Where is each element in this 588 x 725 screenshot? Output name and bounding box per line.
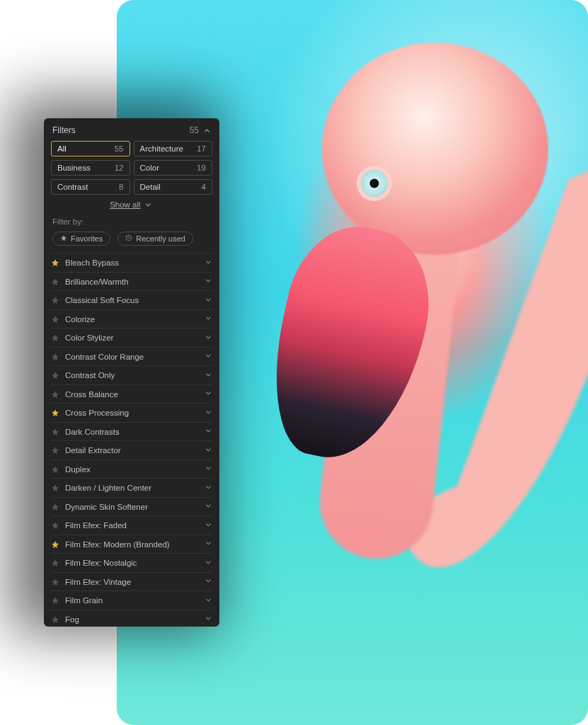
- favorites-pill[interactable]: Favorites: [52, 232, 110, 246]
- filter-item[interactable]: Dynamic Skin Softener: [51, 497, 212, 516]
- filter-item[interactable]: Color Stylizer: [51, 328, 212, 347]
- filter-item[interactable]: Film Grain: [51, 590, 212, 610]
- category-count: 12: [115, 164, 124, 172]
- chevron-down-icon[interactable]: [204, 559, 212, 568]
- filter-label: Film Grain: [65, 596, 103, 605]
- filter-label: Film Efex: Vintage: [65, 578, 131, 586]
- filter-item[interactable]: Colorize: [51, 309, 212, 329]
- chevron-down-icon[interactable]: [204, 464, 212, 474]
- filter-label: Colorize: [65, 315, 95, 324]
- star-icon[interactable]: [51, 596, 59, 605]
- filter-label: Bleach Bypass: [65, 258, 119, 267]
- chevron-down-icon[interactable]: [204, 389, 212, 399]
- chevron-down-icon[interactable]: [204, 540, 212, 549]
- category-item[interactable]: Architecture17: [134, 141, 213, 156]
- star-icon[interactable]: [51, 578, 59, 586]
- filter-item[interactable]: Detail Extractor: [51, 440, 212, 459]
- filter-label: Classical Soft Focus: [65, 296, 139, 304]
- star-icon[interactable]: [51, 615, 59, 624]
- filter-label: Darken / Lighten Center: [65, 484, 151, 492]
- chevron-down-icon[interactable]: [204, 502, 212, 511]
- filter-item[interactable]: Film Efex: Faded: [51, 515, 212, 535]
- star-icon[interactable]: [51, 428, 59, 436]
- category-label: Architecture: [140, 144, 183, 153]
- category-label: All: [57, 144, 67, 153]
- chevron-down-icon[interactable]: [204, 258, 212, 268]
- filter-item[interactable]: Darken / Lighten Center: [51, 478, 212, 497]
- chevron-down-icon[interactable]: [204, 446, 212, 455]
- filter-item[interactable]: Contrast Color Range: [51, 347, 212, 366]
- star-icon[interactable]: [51, 258, 59, 267]
- panel-total-count: 55: [190, 125, 199, 135]
- show-all-row[interactable]: Show all: [44, 195, 219, 213]
- filter-item[interactable]: Fog: [51, 610, 212, 627]
- chevron-down-icon[interactable]: [204, 296, 212, 305]
- recently-used-pill[interactable]: Recently used: [117, 232, 193, 246]
- favorites-label: Favorites: [71, 234, 103, 243]
- filter-label: Dynamic Skin Softener: [65, 503, 148, 511]
- chevron-down-icon[interactable]: [204, 409, 212, 418]
- recently-used-label: Recently used: [136, 234, 185, 243]
- filter-item[interactable]: Duplex: [51, 459, 212, 479]
- show-all-label[interactable]: Show all: [110, 200, 140, 209]
- chevron-down-icon[interactable]: [204, 277, 212, 286]
- category-item[interactable]: Color19: [134, 160, 213, 176]
- category-item[interactable]: Business12: [51, 160, 130, 176]
- filter-label: Brilliance/Warmth: [65, 278, 129, 286]
- star-icon[interactable]: [51, 446, 59, 455]
- filter-label: Film Efex: Nostalgic: [65, 559, 137, 567]
- chevron-down-icon[interactable]: [204, 371, 212, 380]
- filter-by-label: Filter by:: [44, 213, 219, 229]
- filter-label: Film Efex: Modern (Branded): [65, 540, 170, 549]
- category-label: Contrast: [57, 183, 88, 191]
- star-icon[interactable]: [51, 559, 59, 567]
- star-icon[interactable]: [51, 278, 59, 286]
- star-icon[interactable]: [51, 353, 59, 361]
- filter-item[interactable]: Dark Contrasts: [51, 422, 212, 441]
- chevron-down-icon[interactable]: [204, 484, 212, 493]
- star-icon[interactable]: [51, 540, 59, 549]
- filter-item[interactable]: Bleach Bypass: [51, 253, 212, 272]
- star-icon[interactable]: [51, 503, 59, 511]
- chevron-down-icon[interactable]: [204, 352, 212, 361]
- star-icon[interactable]: [51, 296, 59, 304]
- category-item[interactable]: Detail4: [134, 179, 213, 195]
- chevron-down-icon[interactable]: [204, 333, 212, 343]
- category-label: Detail: [140, 183, 161, 191]
- star-icon[interactable]: [51, 409, 59, 417]
- star-icon[interactable]: [51, 333, 59, 342]
- filter-label: Cross Balance: [65, 390, 118, 399]
- filter-item[interactable]: Cross Balance: [51, 384, 212, 404]
- filter-item[interactable]: Film Efex: Modern (Branded): [51, 535, 212, 554]
- chevron-down-icon[interactable]: [204, 596, 212, 605]
- filter-item[interactable]: Film Efex: Nostalgic: [51, 553, 212, 572]
- filter-item[interactable]: Contrast Only: [51, 365, 212, 384]
- chevron-down-icon[interactable]: [204, 314, 212, 324]
- category-count: 19: [197, 164, 206, 172]
- chevron-down-icon[interactable]: [204, 577, 212, 586]
- star-icon[interactable]: [51, 371, 59, 379]
- star-icon[interactable]: [51, 315, 59, 324]
- star-icon[interactable]: [51, 521, 59, 530]
- star-icon[interactable]: [51, 390, 59, 399]
- filter-label: Detail Extractor: [65, 446, 121, 455]
- history-icon: [125, 234, 132, 243]
- chevron-down-icon[interactable]: [204, 615, 212, 624]
- filter-by-pills: Favorites Recently used: [44, 229, 219, 253]
- category-label: Color: [140, 164, 159, 172]
- category-item[interactable]: Contrast8: [51, 179, 130, 195]
- chevron-down-icon: [144, 201, 152, 209]
- filter-label: Contrast Only: [65, 371, 115, 379]
- filter-item[interactable]: Brilliance/Warmth: [51, 272, 212, 291]
- star-icon[interactable]: [51, 484, 59, 492]
- chevron-up-icon: [203, 127, 211, 135]
- chevron-down-icon[interactable]: [204, 427, 212, 436]
- filter-list: Bleach BypassBrilliance/WarmthClassical …: [44, 253, 219, 627]
- filter-item[interactable]: Cross Processing: [51, 403, 212, 422]
- chevron-down-icon[interactable]: [204, 521, 212, 530]
- panel-header[interactable]: Filters 55: [44, 118, 219, 141]
- star-icon[interactable]: [51, 465, 59, 474]
- filter-item[interactable]: Film Efex: Vintage: [51, 572, 212, 591]
- filter-item[interactable]: Classical Soft Focus: [51, 290, 212, 309]
- category-item[interactable]: All55: [51, 141, 130, 156]
